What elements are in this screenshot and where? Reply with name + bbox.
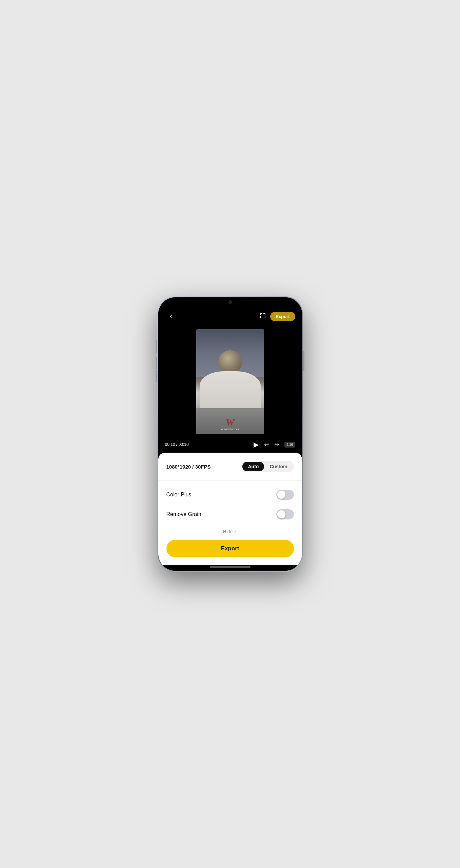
- front-camera: [228, 300, 232, 304]
- export-button[interactable]: Export: [166, 540, 294, 557]
- resolution-text: 1080*1920 / 30FPS: [166, 464, 211, 470]
- video-ball: [218, 350, 242, 374]
- home-bar: [210, 566, 251, 568]
- mode-toggle-group: Auto Custom: [241, 461, 294, 472]
- remove-grain-label: Remove Grain: [166, 511, 201, 517]
- phone-screen: ‹ Export: [158, 297, 302, 571]
- resolution-row: 1080*1920 / 30FPS Auto Custom: [166, 461, 294, 472]
- total-time: 00:10: [179, 442, 189, 447]
- video-frame: W winwinstore.vn: [196, 329, 264, 434]
- video-watermark: W winwinstore.vn: [221, 417, 239, 430]
- watermark-url: winwinstore.vn: [221, 428, 239, 430]
- redo-button[interactable]: ↪: [274, 441, 279, 448]
- playback-controls: ▶ ↩ ↪ 9:16: [254, 440, 295, 449]
- export-top-button[interactable]: Export: [270, 312, 295, 321]
- phone-frame: ‹ Export: [157, 296, 303, 572]
- play-button[interactable]: ▶: [254, 440, 259, 449]
- custom-toggle[interactable]: Custom: [264, 462, 293, 471]
- color-plus-toggle[interactable]: [276, 490, 294, 500]
- divider-1: [158, 480, 302, 481]
- hide-row[interactable]: Hide ∧: [166, 526, 294, 540]
- video-area: W winwinstore.vn: [158, 326, 302, 438]
- time-display: 00:10 / 00:10: [165, 442, 189, 447]
- watermark-logo: W: [221, 417, 239, 428]
- top-right-controls: Export: [259, 312, 295, 321]
- video-building: [200, 371, 261, 408]
- remove-grain-toggle[interactable]: [276, 509, 294, 519]
- remove-grain-row: Remove Grain: [166, 506, 294, 523]
- undo-button[interactable]: ↩: [264, 441, 269, 448]
- screen-content: ‹ Export: [158, 297, 302, 571]
- bottom-panel: 1080*1920 / 30FPS Auto Custom Color Plus…: [158, 453, 302, 565]
- video-content: W winwinstore.vn: [196, 329, 264, 434]
- home-indicator-area: [158, 565, 302, 571]
- aspect-ratio-badge: 9:16: [284, 442, 295, 448]
- hide-chevron-icon: ∧: [234, 529, 237, 534]
- current-time: 00:10: [165, 442, 175, 447]
- time-separator: /: [175, 442, 179, 447]
- fullscreen-button[interactable]: [259, 312, 266, 321]
- hide-label: Hide: [223, 529, 233, 534]
- auto-toggle[interactable]: Auto: [242, 462, 264, 471]
- back-button[interactable]: ‹: [165, 310, 177, 322]
- playback-bar: 00:10 / 00:10 ▶ ↩ ↪ 9:16: [158, 438, 302, 453]
- color-plus-label: Color Plus: [166, 492, 192, 498]
- notch: [208, 297, 252, 307]
- color-plus-row: Color Plus: [166, 486, 294, 503]
